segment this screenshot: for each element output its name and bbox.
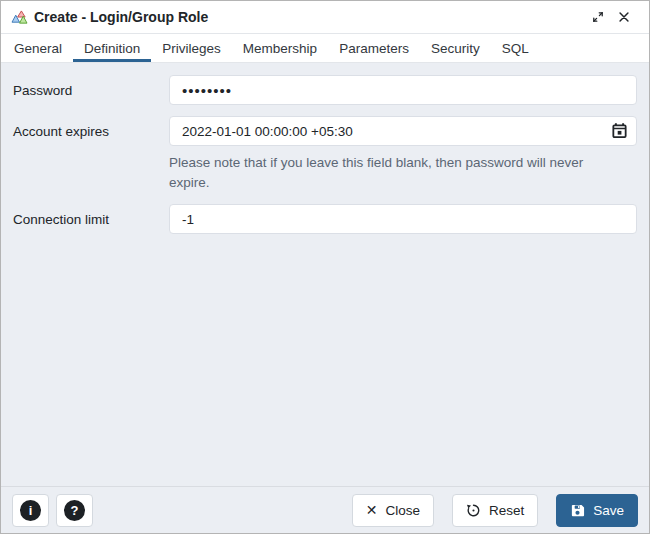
tab-parameters[interactable]: Parameters (328, 34, 420, 62)
calendar-icon[interactable] (611, 123, 628, 140)
help-button[interactable]: ? (56, 494, 93, 527)
tab-security[interactable]: Security (420, 34, 491, 62)
connection-limit-input[interactable] (169, 204, 637, 234)
definition-panel: Password Account expires (1, 63, 649, 486)
save-button-label: Save (593, 503, 624, 518)
footer-bar: i ? ✕ Close Reset (1, 486, 649, 533)
close-x-icon: ✕ (366, 503, 378, 517)
save-icon (570, 503, 585, 518)
tab-privileges[interactable]: Privileges (151, 34, 232, 62)
reset-icon (466, 503, 481, 518)
account-expires-label: Account expires (13, 124, 169, 139)
close-button-label: Close (385, 503, 420, 518)
tab-bar: General Definition Privileges Membership… (1, 34, 649, 63)
help-icon: ? (64, 500, 85, 521)
password-expire-note: Please note that if you leave this field… (169, 153, 637, 193)
create-login-group-role-dialog: Create - Login/Group Role General Defini… (0, 0, 650, 534)
password-label: Password (13, 83, 169, 98)
connection-limit-row: Connection limit (13, 204, 637, 234)
password-note-row: Please note that if you leave this field… (13, 153, 637, 193)
dialog-title: Create - Login/Group Role (34, 9, 208, 25)
account-expires-row: Account expires (13, 116, 637, 146)
tab-general[interactable]: General (3, 34, 73, 62)
save-button[interactable]: Save (556, 494, 638, 527)
tab-sql[interactable]: SQL (491, 34, 540, 62)
info-icon: i (20, 500, 41, 521)
connection-limit-label: Connection limit (13, 212, 169, 227)
info-button[interactable]: i (12, 494, 49, 527)
account-expires-input[interactable] (169, 116, 637, 146)
close-icon[interactable] (611, 4, 637, 30)
reset-button-label: Reset (489, 503, 524, 518)
password-input[interactable] (169, 75, 637, 105)
tab-definition[interactable]: Definition (73, 34, 151, 62)
login-group-role-icon (11, 10, 28, 25)
tab-membership[interactable]: Membership (232, 34, 328, 62)
title-bar: Create - Login/Group Role (1, 1, 649, 34)
reset-button[interactable]: Reset (452, 494, 538, 527)
password-row: Password (13, 75, 637, 105)
maximize-icon[interactable] (585, 4, 611, 30)
close-button[interactable]: ✕ Close (352, 494, 434, 527)
